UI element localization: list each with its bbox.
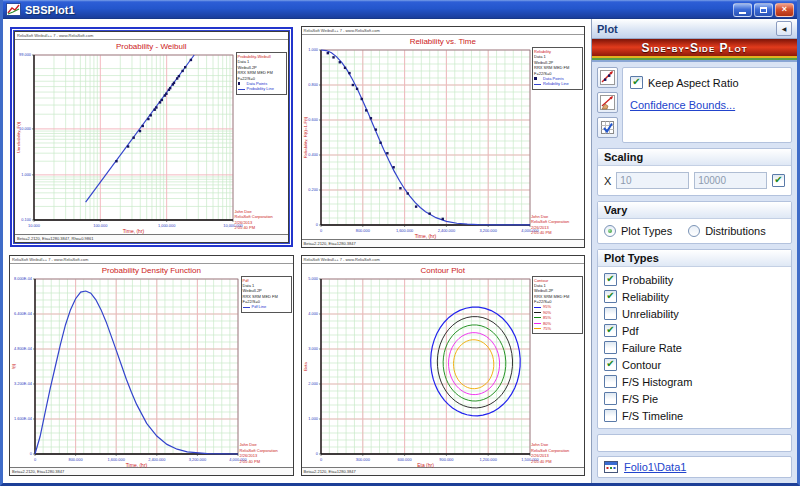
maximize-button[interactable]	[754, 3, 773, 17]
plot-type-label: Unreliability	[622, 308, 679, 320]
svg-text:Time, (hr): Time, (hr)	[126, 461, 148, 467]
svg-text:4.000: 4.000	[308, 311, 319, 316]
plot-types-group: Plot Types ProbabilityReliabilityUnrelia…	[597, 249, 792, 429]
svg-text:0: 0	[30, 451, 33, 456]
plot-type-pdf[interactable]: Pdf	[604, 324, 785, 337]
plot-body: 0800.0001,600.0002,400.0003,200.0004,000…	[302, 47, 585, 239]
svg-text:800.000: 800.000	[355, 228, 370, 233]
plot-footer: Beta=2.2120, Eta=1280.3847, Rho=0.9861	[15, 234, 288, 242]
panel-title: Plot	[597, 23, 618, 35]
plot-setup-icon	[600, 120, 615, 135]
sbs-banner: Side-by-Side Plot	[592, 39, 797, 56]
plot-type-unreliability[interactable]: Unreliability	[604, 307, 785, 320]
plot-title: Probability Density Function	[10, 264, 293, 276]
svg-text:0: 0	[315, 451, 318, 456]
data-source-link[interactable]: Folio1\Data1	[624, 461, 686, 473]
svg-text:0: 0	[315, 222, 318, 227]
svg-text:6.400E-04: 6.400E-04	[14, 311, 33, 316]
plots-grid: ReliaSoft Weibull++ 7 - www.ReliaSoft.co…	[3, 19, 591, 483]
plot-type-label: F/S Timeline	[622, 410, 683, 422]
svg-text:f(t): f(t)	[11, 363, 16, 369]
plot-type-reliability[interactable]: Reliability	[604, 290, 785, 303]
svg-text:300.000: 300.000	[355, 456, 370, 461]
plot-type-f-s-histogram[interactable]: F/S Histogram	[604, 375, 785, 388]
confidence-bounds-link[interactable]: Confidence Bounds...	[630, 99, 784, 111]
panel-collapse-button[interactable]: ◀	[776, 21, 792, 36]
svg-text:Time, (hr): Time, (hr)	[123, 228, 145, 234]
svg-text:1,000.000: 1,000.000	[158, 223, 176, 228]
plot-footer: Beta=2.2120, Eta=1280.3847	[302, 467, 585, 475]
plot-annotation: John DoeReliaSoft Corporation2/26/20132:…	[240, 442, 291, 464]
plot-watermark: ReliaSoft Weibull++ 7 - www.ReliaSoft.co…	[10, 256, 293, 264]
title-bar[interactable]: SBSPlot1 ×	[3, 0, 797, 19]
minimize-button[interactable]	[733, 3, 752, 17]
plot-card-pdf[interactable]: ReliaSoft Weibull++ 7 - www.ReliaSoft.co…	[9, 255, 294, 477]
svg-text:Beta: Beta	[303, 361, 308, 371]
plot-types-radio	[604, 225, 616, 237]
plot-title: Probability - Weibull	[15, 40, 288, 52]
plot-type-contour[interactable]: Contour	[604, 358, 785, 371]
svg-text:8.000E-04: 8.000E-04	[14, 276, 33, 281]
f-s-pie-checkbox	[604, 392, 617, 405]
contour-checkbox	[604, 358, 617, 371]
plot-toolbar: Keep Aspect Ratio Confidence Bounds...	[592, 62, 797, 143]
plot-type-failure-rate[interactable]: Failure Rate	[604, 341, 785, 354]
vary-option-label: Plot Types	[621, 225, 672, 237]
plot-type-label: F/S Pie	[622, 393, 658, 405]
rs-draw-button[interactable]	[597, 92, 618, 113]
plot-type-f-s-pie[interactable]: F/S Pie	[604, 392, 785, 405]
plot-type-f-s-timeline[interactable]: F/S Timeline	[604, 409, 785, 422]
vary-option-label: Distributions	[705, 225, 766, 237]
svg-text:3,200.000: 3,200.000	[189, 456, 207, 461]
svg-text:10.000: 10.000	[28, 223, 41, 228]
plot-card-reliability[interactable]: ReliaSoft Weibull++ 7 - www.ReliaSoft.co…	[301, 26, 586, 248]
svg-text:2,400.000: 2,400.000	[437, 228, 455, 233]
plot-type-label: Pdf	[622, 325, 639, 337]
svg-text:0: 0	[319, 228, 322, 233]
svg-text:0.600: 0.600	[308, 117, 319, 122]
svg-text:1,200.000: 1,200.000	[479, 456, 497, 461]
vary-options: Plot TypesDistributions	[604, 225, 785, 237]
rs-draw-icon	[600, 95, 615, 110]
minimize-icon	[739, 12, 746, 14]
plot-card-contour[interactable]: ReliaSoft Weibull++ 7 - www.ReliaSoft.co…	[301, 255, 586, 477]
scaling-group: Scaling X 10 10000	[597, 148, 792, 196]
plot-legend: PdfData 1Weibull-2PRRX SRM MED FMF=22/S=…	[241, 276, 292, 313]
plot-type-icon-button[interactable]	[597, 67, 618, 88]
scaling-auto-checkbox[interactable]	[772, 174, 785, 187]
plot-type-probability[interactable]: Probability	[604, 273, 785, 286]
svg-text:1.000: 1.000	[308, 416, 319, 421]
f-s-histogram-checkbox	[604, 375, 617, 388]
plot-types-list: ProbabilityReliabilityUnreliabilityPdfFa…	[604, 273, 785, 422]
scaling-header: Scaling	[598, 149, 791, 166]
svg-text:0.100: 0.100	[21, 217, 32, 222]
plot-card-probability[interactable]: ReliaSoft Weibull++ 7 - www.ReliaSoft.co…	[14, 31, 289, 243]
plot-body: 0800.0001,600.0002,400.0003,200.0004,000…	[10, 276, 293, 468]
svg-text:0: 0	[34, 456, 37, 461]
data-source-bar: Folio1\Data1	[597, 456, 792, 478]
svg-text:0.800: 0.800	[308, 82, 319, 87]
plot-type-label: Failure Rate	[622, 342, 682, 354]
svg-text:2,400.000: 2,400.000	[148, 456, 166, 461]
plot-panel: Plot ◀ Side-by-Side Plot	[591, 19, 797, 483]
panel-header: Plot ◀	[592, 19, 797, 39]
vary-option-plot-types[interactable]: Plot Types	[604, 225, 672, 237]
svg-text:0.400: 0.400	[308, 152, 319, 157]
plot-setup-button[interactable]	[597, 117, 618, 138]
vary-header: Vary	[598, 202, 791, 219]
svg-text:0.200: 0.200	[308, 187, 319, 192]
plot-legend: ReliabilityData 1Weibull-2PRRX SRM MED F…	[532, 47, 583, 90]
keep-aspect-ratio-checkbox[interactable]	[630, 76, 643, 89]
distributions-radio	[688, 225, 700, 237]
plot-types-header: Plot Types	[598, 250, 791, 267]
keep-aspect-ratio-label: Keep Aspect Ratio	[648, 77, 739, 89]
svg-text:99.000: 99.000	[19, 52, 32, 57]
close-button[interactable]: ×	[775, 3, 794, 17]
svg-text:4.800E-04: 4.800E-04	[14, 346, 33, 351]
plot-watermark: ReliaSoft Weibull++ 7 - www.ReliaSoft.co…	[302, 256, 585, 264]
keep-aspect-ratio-row[interactable]: Keep Aspect Ratio	[630, 76, 784, 89]
unreliability-checkbox	[604, 307, 617, 320]
plot-footer: Beta=2.2120, Eta=1280.3847	[10, 467, 293, 475]
failure-rate-checkbox	[604, 341, 617, 354]
vary-option-distributions[interactable]: Distributions	[688, 225, 766, 237]
